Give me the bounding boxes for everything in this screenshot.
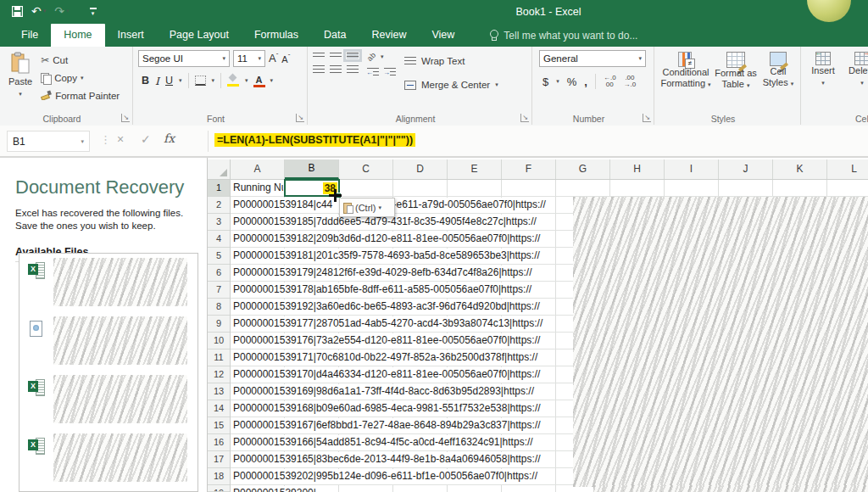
enter-icon[interactable]: ✓: [141, 132, 151, 146]
column-header-l[interactable]: L: [827, 159, 868, 179]
paste-options-popup[interactable]: (Ctrl) ▾: [339, 198, 395, 217]
tab-file[interactable]: File: [8, 24, 51, 47]
row-header-14[interactable]: 14: [208, 400, 230, 417]
column-header-c[interactable]: C: [339, 159, 393, 179]
tab-insert[interactable]: Insert: [105, 24, 157, 47]
row-header-19[interactable]: 19: [208, 485, 230, 492]
row-header-10[interactable]: 10: [208, 333, 230, 349]
font-color-icon[interactable]: A: [254, 75, 264, 87]
number-format-select[interactable]: General▾: [539, 50, 646, 67]
delete-cells-button[interactable]: Delete ▾: [845, 50, 868, 90]
accounting-format-icon[interactable]: $: [542, 75, 548, 88]
row-header-12[interactable]: 12: [208, 366, 230, 383]
font-color-dropdown[interactable]: ▾: [270, 77, 274, 84]
increase-indent-icon[interactable]: [384, 68, 396, 77]
font-name-select[interactable]: Segoe UI▾: [138, 50, 230, 67]
select-all-corner[interactable]: [208, 159, 231, 180]
number-dialog-launcher[interactable]: ↘: [643, 114, 651, 122]
accounting-format-dropdown[interactable]: ▾: [556, 78, 559, 85]
percent-style-icon[interactable]: %: [567, 75, 577, 88]
insert-function-icon[interactable]: fx: [164, 131, 175, 145]
column-header-h[interactable]: H: [610, 159, 665, 179]
decrease-decimal-icon[interactable]: .00 →.0: [624, 75, 637, 88]
formula-bar-grip[interactable]: ⋮: [100, 133, 111, 146]
borders-icon[interactable]: [195, 75, 206, 86]
name-box[interactable]: B1▾: [7, 131, 90, 152]
tab-view[interactable]: View: [419, 24, 467, 47]
undo-button[interactable]: ↶▾: [31, 3, 46, 20]
alignment-dialog-launcher[interactable]: ↘: [520, 114, 529, 122]
fill-color-dropdown[interactable]: ▾: [245, 77, 248, 84]
sheet-row-1[interactable]: Running Number 38: [231, 180, 868, 197]
row-header-15[interactable]: 15: [208, 417, 230, 434]
column-header-e[interactable]: E: [448, 159, 502, 179]
cut-button[interactable]: ✂Cut: [41, 52, 120, 69]
italic-button[interactable]: I: [155, 75, 159, 87]
fill-color-icon[interactable]: [227, 75, 239, 87]
column-header-i[interactable]: I: [665, 159, 719, 179]
row-header-1[interactable]: 1: [208, 180, 230, 197]
save-icon[interactable]: [12, 6, 23, 17]
underline-dropdown[interactable]: ▾: [179, 77, 182, 84]
row-header-8[interactable]: 8: [208, 299, 230, 316]
paste-options-dropdown[interactable]: ▾: [378, 204, 381, 211]
column-header-g[interactable]: G: [556, 159, 610, 179]
row-header-3[interactable]: 3: [208, 214, 230, 231]
tab-home[interactable]: Home: [51, 24, 104, 47]
orientation-dropdown[interactable]: ▾: [381, 53, 384, 60]
cancel-icon[interactable]: ×: [117, 132, 124, 146]
decrease-font-size-icon[interactable]: Aˇ: [281, 53, 290, 64]
column-header-d[interactable]: D: [393, 159, 448, 179]
borders-dropdown[interactable]: ▾: [212, 77, 215, 84]
customize-quick-access-icon[interactable]: ▾: [90, 8, 97, 15]
cell-styles-button[interactable]: Cell Styles ▾: [760, 50, 797, 92]
decrease-indent-icon[interactable]: [367, 68, 379, 77]
tab-review[interactable]: Review: [359, 24, 419, 47]
format-as-table-button[interactable]: Format as Table ▾: [712, 50, 760, 92]
bold-button[interactable]: B: [142, 75, 149, 87]
increase-decimal-icon[interactable]: ←.0 00: [604, 75, 616, 88]
wrap-text-button[interactable]: Wrap Text: [404, 53, 498, 70]
align-right-icon[interactable]: [347, 65, 359, 75]
row-header-5[interactable]: 5: [208, 248, 230, 265]
row-header-18[interactable]: 18: [208, 468, 230, 485]
row-header-7[interactable]: 7: [208, 282, 230, 299]
row-header-17[interactable]: 17: [208, 451, 230, 468]
redo-button[interactable]: ↷▾: [54, 3, 69, 20]
row-header-9[interactable]: 9: [208, 316, 230, 333]
increase-font-size-icon[interactable]: Aˆ: [269, 52, 278, 64]
recovered-file-item[interactable]: [19, 312, 198, 371]
cell-a1[interactable]: Running Number: [233, 181, 283, 195]
middle-align-icon[interactable]: [330, 53, 342, 59]
tell-me-box[interactable]: Tell me what you want to do...: [489, 24, 637, 47]
conditional-formatting-button[interactable]: Conditional Formatting ▾: [659, 50, 712, 92]
insert-cells-button[interactable]: Insert ▾: [806, 50, 840, 90]
recovered-file-item[interactable]: [19, 254, 198, 312]
row-header-11[interactable]: 11: [208, 349, 230, 366]
paste-button[interactable]: Paste ▾: [5, 50, 36, 104]
bottom-align-icon[interactable]: [347, 53, 359, 59]
formula-input[interactable]: =LEN(A1)-LEN(SUBSTITUTE(A1|"|"|"")): [214, 133, 415, 147]
row-header-6[interactable]: 6: [208, 265, 230, 282]
row-header-13[interactable]: 13: [208, 383, 230, 400]
tab-formulas[interactable]: Formulas: [242, 24, 311, 47]
orientation-icon[interactable]: ab: [365, 51, 377, 63]
recovered-file-item[interactable]: [19, 429, 198, 488]
top-align-icon[interactable]: [313, 53, 325, 59]
recovered-file-item[interactable]: [19, 371, 198, 429]
font-size-select[interactable]: 11▾: [233, 50, 265, 67]
format-painter-button[interactable]: Format Painter: [41, 87, 120, 104]
copy-button[interactable]: Copy▾: [41, 70, 120, 87]
underline-button[interactable]: U: [165, 75, 173, 87]
tab-page-layout[interactable]: Page Layout: [157, 24, 242, 47]
align-left-icon[interactable]: [313, 65, 325, 75]
row-header-2[interactable]: 2: [208, 197, 230, 214]
tab-data[interactable]: Data: [311, 24, 359, 47]
clipboard-dialog-launcher[interactable]: ↘: [121, 114, 130, 122]
column-header-a[interactable]: A: [231, 159, 285, 179]
font-dialog-launcher[interactable]: ↘: [296, 114, 304, 122]
row-header-16[interactable]: 16: [208, 434, 230, 451]
column-header-b[interactable]: B: [285, 159, 339, 179]
comma-style-icon[interactable]: ,: [584, 75, 587, 88]
column-header-f[interactable]: F: [502, 159, 556, 179]
